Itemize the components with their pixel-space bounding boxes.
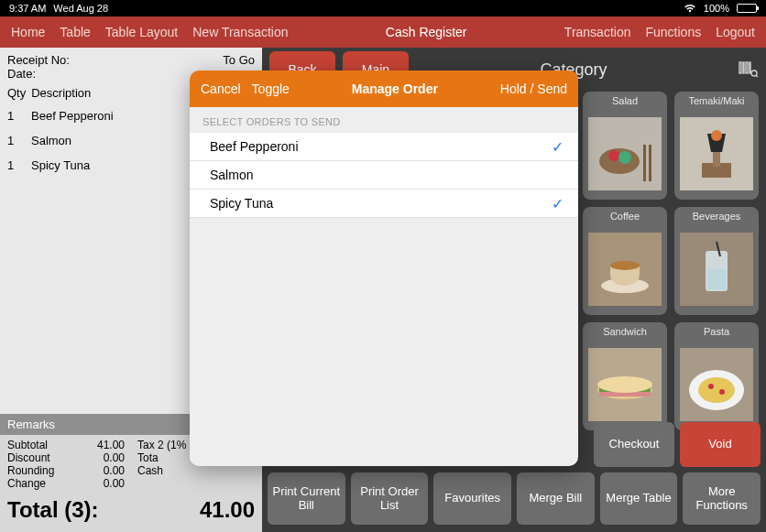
nav-title: Cash Register bbox=[289, 25, 564, 39]
col-qty: Qty bbox=[7, 86, 26, 100]
line-name: Beef Pepperoni bbox=[31, 109, 114, 123]
print-current-bill-button[interactable]: Print Current Bill bbox=[268, 472, 345, 525]
line-qty: 1 bbox=[7, 158, 20, 172]
modal-item-label: Beef Pepperoni bbox=[210, 139, 299, 154]
svg-rect-0 bbox=[739, 62, 741, 73]
category-image bbox=[583, 108, 667, 200]
modal-toggle-button[interactable]: Toggle bbox=[252, 81, 290, 96]
svg-line-5 bbox=[756, 75, 758, 77]
line-qty: 1 bbox=[7, 109, 20, 123]
checkmark-icon: ✓ bbox=[552, 195, 564, 212]
svg-point-28 bbox=[597, 376, 652, 393]
ipad-status-bar: 9:37 AM Wed Aug 28 100% bbox=[0, 0, 766, 16]
svg-rect-3 bbox=[750, 62, 750, 73]
subtotal-label: Subtotal bbox=[7, 439, 71, 451]
category-image bbox=[674, 223, 759, 315]
receipt-togo: To Go bbox=[223, 53, 255, 67]
rounding-label: Rounding bbox=[7, 464, 71, 477]
category-tile-sandwich[interactable]: Sandwich bbox=[583, 322, 667, 430]
barcode-search-icon[interactable] bbox=[739, 60, 759, 79]
modal-item-label: Spicy Tuna bbox=[210, 196, 273, 211]
subtotal-value: 41.00 bbox=[71, 439, 125, 451]
svg-rect-1 bbox=[743, 62, 744, 73]
modal-order-item[interactable]: Spicy Tuna ✓ bbox=[190, 190, 578, 218]
svg-point-19 bbox=[610, 261, 640, 270]
svg-point-32 bbox=[708, 384, 714, 389]
nav-transaction[interactable]: Transaction bbox=[564, 25, 631, 39]
category-image bbox=[583, 223, 667, 315]
nav-logout[interactable]: Logout bbox=[716, 25, 755, 39]
merge-bill-button[interactable]: Merge Bill bbox=[517, 472, 595, 525]
print-order-list-button[interactable]: Print Order List bbox=[351, 472, 429, 525]
manage-order-modal: Cancel Toggle Manage Order Hold / Send S… bbox=[190, 71, 578, 466]
line-qty: 1 bbox=[7, 134, 20, 147]
nav-new-transaction[interactable]: New Transaction bbox=[192, 25, 288, 39]
merge-table-button[interactable]: Merge Table bbox=[600, 472, 678, 525]
nav-functions[interactable]: Functions bbox=[645, 25, 701, 39]
line-name: Spicy Tuna bbox=[31, 158, 90, 172]
nav-home[interactable]: Home bbox=[11, 25, 45, 39]
grand-total-label: Total (3): bbox=[7, 497, 99, 523]
modal-section-header: SELECT ORDERS TO SEND bbox=[190, 107, 578, 133]
category-label: Temaki/Maki bbox=[688, 92, 744, 108]
receipt-date-label: Date: bbox=[7, 67, 36, 81]
svg-rect-2 bbox=[746, 62, 748, 73]
category-label: Beverages bbox=[693, 207, 741, 223]
svg-rect-11 bbox=[649, 145, 651, 181]
more-functions-button[interactable]: More Functions bbox=[683, 472, 761, 525]
change-label: Change bbox=[7, 477, 71, 490]
svg-rect-10 bbox=[643, 145, 646, 181]
battery-icon bbox=[737, 4, 757, 13]
modal-title: Manage Order bbox=[290, 81, 500, 96]
modal-cancel-button[interactable]: Cancel bbox=[201, 81, 241, 96]
modal-item-label: Salmon bbox=[210, 168, 253, 182]
svg-rect-22 bbox=[707, 269, 726, 289]
category-label: Salad bbox=[612, 92, 638, 108]
status-date: Wed Aug 28 bbox=[53, 3, 108, 14]
wifi-icon bbox=[684, 4, 696, 13]
receipt-no-label: Receipt No: bbox=[7, 53, 70, 67]
svg-point-33 bbox=[719, 389, 725, 395]
rounding-value: 0.00 bbox=[71, 464, 125, 477]
change-value: 0.00 bbox=[71, 477, 125, 490]
discount-label: Discount bbox=[7, 451, 71, 464]
category-tile-temaki[interactable]: Temaki/Maki bbox=[674, 92, 759, 200]
category-tile-coffee[interactable]: Coffee bbox=[583, 207, 667, 315]
category-tile-pasta[interactable]: Pasta bbox=[674, 322, 759, 430]
cash-label: Cash bbox=[125, 464, 255, 477]
svg-point-9 bbox=[618, 151, 631, 164]
svg-point-4 bbox=[751, 71, 757, 76]
checkmark-icon: ✓ bbox=[552, 138, 564, 156]
svg-point-16 bbox=[711, 130, 722, 141]
modal-hold-send-button[interactable]: Hold / Send bbox=[500, 81, 567, 96]
category-label: Pasta bbox=[704, 322, 729, 339]
category-label: Coffee bbox=[610, 207, 640, 223]
battery-pct: 100% bbox=[704, 3, 729, 14]
col-desc: Description bbox=[31, 86, 91, 100]
nav-table-layout[interactable]: Table Layout bbox=[105, 25, 178, 39]
modal-order-item[interactable]: Beef Pepperoni ✓ bbox=[190, 133, 578, 161]
status-time: 9:37 AM bbox=[9, 3, 46, 14]
category-tile-beverages[interactable]: Beverages bbox=[674, 207, 759, 315]
svg-point-8 bbox=[608, 150, 619, 161]
modal-order-item[interactable]: Salmon bbox=[190, 161, 578, 190]
app-top-nav: Home Table Table Layout New Transaction … bbox=[0, 16, 766, 48]
checkout-button[interactable]: Checkout bbox=[594, 422, 674, 467]
category-label: Sandwich bbox=[603, 322, 647, 339]
line-name: Salmon bbox=[31, 134, 71, 147]
svg-point-31 bbox=[698, 377, 735, 403]
favourites-button[interactable]: Favourites bbox=[433, 472, 511, 525]
nav-table[interactable]: Table bbox=[60, 25, 90, 39]
category-image bbox=[674, 108, 759, 200]
svg-point-7 bbox=[599, 148, 640, 174]
void-button[interactable]: Void bbox=[680, 422, 761, 467]
discount-value: 0.00 bbox=[71, 451, 125, 464]
category-tile-salad[interactable]: Salad bbox=[583, 92, 667, 200]
grand-total-value: 41.00 bbox=[200, 497, 255, 523]
